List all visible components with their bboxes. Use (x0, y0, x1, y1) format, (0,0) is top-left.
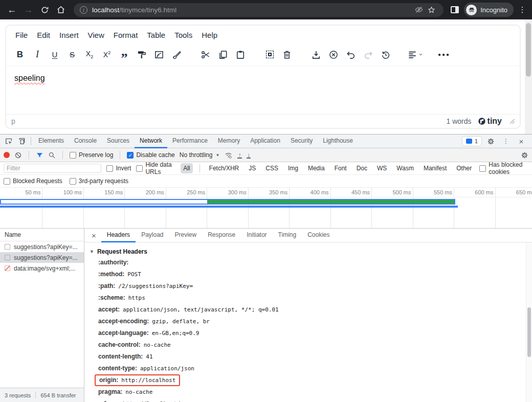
preserve-log-checkbox[interactable]: Preserve log (70, 151, 113, 159)
detail-tab-initiator[interactable]: Initiator (241, 229, 272, 242)
home-icon[interactable] (53, 2, 69, 17)
resource-filter-other[interactable]: Other (454, 163, 474, 173)
resource-filter-media[interactable]: Media (305, 163, 327, 173)
menu-format[interactable]: Format (109, 29, 143, 41)
delete-icon[interactable] (278, 47, 296, 62)
export-har-icon[interactable]: ↓ (247, 152, 251, 159)
cancel-icon[interactable] (325, 47, 342, 62)
devtools-tab-elements[interactable]: Elements (33, 135, 69, 148)
import-har-icon[interactable]: ↑ (237, 152, 242, 159)
export-icon[interactable] (307, 47, 325, 62)
close-detail-icon[interactable]: × (86, 231, 101, 240)
devtools-tab-console[interactable]: Console (69, 135, 102, 148)
browser-menu-icon[interactable]: ⋮ (517, 5, 528, 14)
device-toolbar-icon[interactable] (15, 135, 29, 148)
blocked-requests-checkbox[interactable]: Blocked Requests (4, 177, 62, 185)
copy-icon[interactable] (214, 47, 232, 62)
invert-checkbox[interactable]: Invert (106, 165, 131, 172)
filter-input[interactable] (4, 164, 101, 173)
resource-filter-all[interactable]: All (181, 163, 192, 173)
word-count[interactable]: 1 words (447, 117, 472, 125)
resource-filter-ws[interactable]: WS (374, 163, 389, 173)
detail-tab-preview[interactable]: Preview (169, 229, 203, 242)
resource-filter-img[interactable]: Img (285, 163, 301, 173)
resource-filter-wasm[interactable]: Wasm (394, 163, 416, 173)
devtools-tab-lighthouse[interactable]: Lighthouse (318, 135, 358, 148)
network-overview-timeline[interactable]: 50 ms100 ms150 ms200 ms250 ms300 ms350 m… (0, 188, 532, 229)
tiny-brand[interactable]: tiny (478, 117, 502, 126)
back-icon[interactable]: ← (4, 2, 19, 17)
underline-icon[interactable]: U (46, 47, 63, 62)
throttling-select[interactable]: No throttling ▼ (180, 151, 220, 159)
filter-toggle-icon[interactable] (36, 151, 43, 159)
network-settings-icon[interactable] (521, 151, 528, 159)
detail-tab-response[interactable]: Response (202, 229, 241, 242)
detail-tab-payload[interactable]: Payload (136, 229, 169, 242)
paste-icon[interactable] (232, 47, 249, 62)
blockquote-icon[interactable]: ” (116, 47, 133, 62)
forward-icon[interactable]: → (20, 2, 36, 17)
reload-icon[interactable] (37, 2, 52, 17)
detail-tab-timing[interactable]: Timing (273, 229, 302, 242)
menu-view[interactable]: View (83, 29, 109, 41)
request-headers-section[interactable]: ▼ Request Headers (90, 248, 525, 255)
detail-tab-cookies[interactable]: Cookies (302, 229, 335, 242)
resource-filter-doc[interactable]: Doc (354, 163, 370, 173)
resource-filter-manifest[interactable]: Manifest (421, 163, 449, 173)
undo-icon[interactable] (342, 47, 360, 62)
bold-icon[interactable]: B (11, 47, 29, 62)
permanent-pen-icon[interactable] (168, 47, 185, 62)
third-party-requests-checkbox[interactable]: 3rd-party requests (70, 177, 128, 185)
devtools-tab-network[interactable]: Network (135, 135, 167, 148)
more-options-icon[interactable]: ●●● (435, 47, 453, 62)
devtools-settings-icon[interactable] (484, 135, 497, 148)
request-row[interactable]: data:image/svg+xml;... (0, 263, 84, 274)
inspect-element-icon[interactable] (2, 135, 15, 148)
clear-network-log-icon[interactable] (14, 151, 22, 159)
has-blocked-cookies-checkbox[interactable]: Has blocked cookies (479, 161, 528, 175)
cut-icon[interactable] (197, 47, 214, 62)
search-icon[interactable] (48, 151, 56, 159)
scrollbar-thumb[interactable] (526, 23, 531, 77)
incognito-badge[interactable]: Incognito (464, 3, 514, 17)
menu-table[interactable]: Table (142, 29, 170, 41)
select-all-icon[interactable] (261, 47, 278, 62)
restore-draft-icon[interactable] (377, 47, 394, 62)
element-path[interactable]: p (11, 117, 15, 125)
devtools-tab-security[interactable]: Security (285, 135, 318, 148)
devtools-close-icon[interactable]: × (515, 135, 528, 148)
menu-file[interactable]: File (11, 29, 32, 41)
scrollbar-thumb[interactable] (527, 307, 531, 357)
resize-handle-icon[interactable] (510, 119, 515, 124)
menu-help[interactable]: Help (197, 29, 222, 41)
side-panel-icon[interactable] (449, 4, 461, 16)
disable-cache-checkbox[interactable]: Disable cache (127, 151, 174, 159)
devtools-menu-icon[interactable]: ⋮ (499, 135, 513, 148)
record-network-log-icon[interactable] (4, 152, 10, 158)
superscript-icon[interactable]: X2 (98, 47, 116, 62)
editor-content-area[interactable]: speeling (6, 65, 520, 114)
detail-scrollbar[interactable] (526, 242, 532, 402)
resource-filter-font[interactable]: Font (332, 163, 349, 173)
format-painter-icon[interactable] (133, 47, 150, 62)
devtools-tab-application[interactable]: Application (245, 135, 285, 148)
devtools-tab-memory[interactable]: Memory (213, 135, 245, 148)
request-row[interactable]: suggestions?apiKey=... (0, 241, 84, 252)
image-frame-icon[interactable] (150, 47, 168, 62)
page-info-icon[interactable]: i (80, 6, 87, 14)
page-scrollbar[interactable] (525, 19, 532, 134)
menu-edit[interactable]: Edit (32, 29, 55, 41)
resource-filter-fetch-xhr[interactable]: Fetch/XHR (207, 163, 242, 173)
hide-data-urls-checkbox[interactable]: Hide data URLs (136, 161, 175, 175)
menu-tools[interactable]: Tools (170, 29, 197, 41)
devtools-tab-sources[interactable]: Sources (102, 135, 135, 148)
network-conditions-icon[interactable] (224, 151, 233, 159)
bookmark-star-icon[interactable] (425, 4, 437, 16)
issues-counter[interactable]: 1 (462, 136, 482, 146)
address-bar[interactable]: i localhost/tinymce/tiny6.html (74, 3, 444, 17)
detail-tab-headers[interactable]: Headers (101, 229, 136, 242)
misspelled-word[interactable]: speeling (14, 74, 45, 82)
devtools-tab-performance[interactable]: Performance (167, 135, 213, 148)
resource-filter-js[interactable]: JS (246, 163, 258, 173)
italic-icon[interactable]: I (29, 47, 46, 62)
